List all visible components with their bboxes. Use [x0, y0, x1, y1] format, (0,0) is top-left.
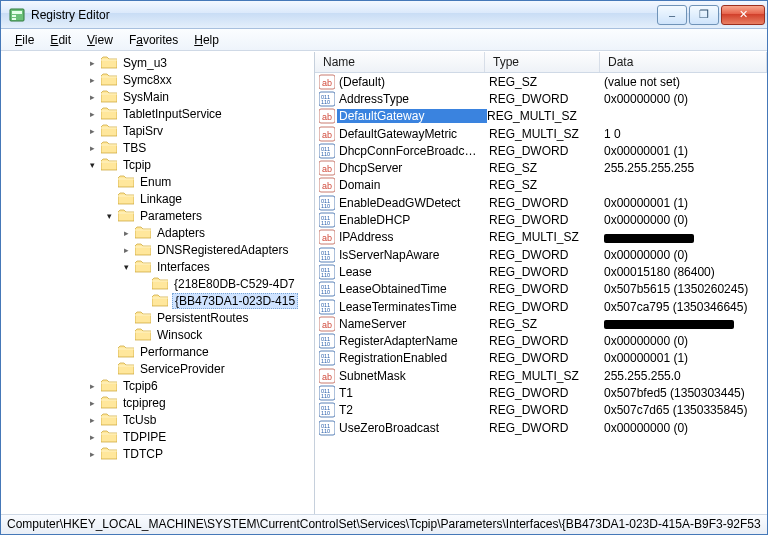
col-type[interactable]: Type	[485, 52, 600, 72]
tree-item[interactable]: ▾Parameters	[1, 207, 314, 224]
expand-icon[interactable]: ▸	[86, 90, 99, 103]
tree-item[interactable]: ▸TDTCP	[1, 445, 314, 462]
value-row[interactable]: T2REG_DWORD0x507c7d65 (1350335845)	[315, 402, 767, 419]
tree-item[interactable]: Winsock	[1, 326, 314, 343]
expand-icon[interactable]: ▸	[86, 396, 99, 409]
tree-item[interactable]: Performance	[1, 343, 314, 360]
maximize-button[interactable]: ❐	[689, 5, 719, 25]
minimize-button[interactable]: –	[657, 5, 687, 25]
collapse-icon[interactable]: ▾	[120, 260, 133, 273]
tree-label[interactable]: TcUsb	[121, 413, 158, 427]
tree-label[interactable]: Symc8xx	[121, 73, 174, 87]
value-row[interactable]: SubnetMaskREG_MULTI_SZ255.255.255.0	[315, 367, 767, 384]
expand-icon[interactable]: ▸	[86, 413, 99, 426]
tree-label[interactable]: PersistentRoutes	[155, 311, 250, 325]
col-name[interactable]: Name	[315, 52, 485, 72]
expand-icon[interactable]: ▸	[86, 124, 99, 137]
tree-item[interactable]: ▸TDPIPE	[1, 428, 314, 445]
value-list[interactable]: (Default)REG_SZ(value not set)AddressTyp…	[315, 73, 767, 436]
tree-item[interactable]: ▸Symc8xx	[1, 71, 314, 88]
tree-item[interactable]: ▸TapiSrv	[1, 122, 314, 139]
value-row[interactable]: IsServerNapAwareREG_DWORD0x00000000 (0)	[315, 246, 767, 263]
tree-item[interactable]: ▾Interfaces	[1, 258, 314, 275]
value-row[interactable]: T1REG_DWORD0x507bfed5 (1350303445)	[315, 384, 767, 401]
value-row[interactable]: DhcpConnForceBroadcastF...REG_DWORD0x000…	[315, 142, 767, 159]
expand-icon[interactable]: ▸	[86, 56, 99, 69]
value-row[interactable]: EnableDeadGWDetectREG_DWORD0x00000001 (1…	[315, 194, 767, 211]
tree-label[interactable]: Parameters	[138, 209, 204, 223]
tree-item[interactable]: Enum	[1, 173, 314, 190]
expand-icon[interactable]: ▸	[120, 243, 133, 256]
value-row[interactable]: NameServerREG_SZ	[315, 315, 767, 332]
menu-file[interactable]: File	[7, 31, 42, 49]
tree-item[interactable]: {218E80DB-C529-4D7	[1, 275, 314, 292]
tree-label[interactable]: Tcpip	[121, 158, 153, 172]
tree-item[interactable]: ▸TabletInputService	[1, 105, 314, 122]
expand-icon[interactable]: ▸	[86, 430, 99, 443]
tree-item[interactable]: ▸TcUsb	[1, 411, 314, 428]
tree-item[interactable]: ▸Sym_u3	[1, 54, 314, 71]
value-row[interactable]: EnableDHCPREG_DWORD0x00000000 (0)	[315, 211, 767, 228]
tree-label[interactable]: Adapters	[155, 226, 207, 240]
tree-item[interactable]: ServiceProvider	[1, 360, 314, 377]
tree-label[interactable]: Tcpip6	[121, 379, 160, 393]
menu-view[interactable]: View	[79, 31, 121, 49]
value-row[interactable]: RegisterAdapterNameREG_DWORD0x00000000 (…	[315, 332, 767, 349]
col-data[interactable]: Data	[600, 52, 767, 72]
registry-tree[interactable]: ▸Sym_u3▸Symc8xx▸SysMain▸TabletInputServi…	[1, 52, 314, 462]
list-pane[interactable]: Name Type Data (Default)REG_SZ(value not…	[315, 52, 767, 514]
tree-label[interactable]: Linkage	[138, 192, 184, 206]
value-row[interactable]: LeaseTerminatesTimeREG_DWORD0x507ca795 (…	[315, 298, 767, 315]
tree-item[interactable]: ▸TBS	[1, 139, 314, 156]
value-row[interactable]: AddressTypeREG_DWORD0x00000000 (0)	[315, 90, 767, 107]
expand-icon[interactable]: ▸	[120, 226, 133, 239]
tree-item[interactable]: ▾Tcpip	[1, 156, 314, 173]
tree-label[interactable]: TDTCP	[121, 447, 165, 461]
tree-item[interactable]: Linkage	[1, 190, 314, 207]
tree-pane[interactable]: ▸Sym_u3▸Symc8xx▸SysMain▸TabletInputServi…	[1, 52, 315, 514]
value-row[interactable]: UseZeroBroadcastREG_DWORD0x00000000 (0)	[315, 419, 767, 436]
tree-item[interactable]: {BB473DA1-023D-415	[1, 292, 314, 309]
value-row[interactable]: LeaseObtainedTimeREG_DWORD0x507b5615 (13…	[315, 281, 767, 298]
tree-label[interactable]: Interfaces	[155, 260, 212, 274]
tree-label[interactable]: tcpipreg	[121, 396, 168, 410]
value-row[interactable]: DefaultGatewayREG_MULTI_SZ	[315, 108, 767, 125]
tree-label[interactable]: DNSRegisteredAdapters	[155, 243, 290, 257]
expand-icon[interactable]: ▸	[86, 73, 99, 86]
tree-label[interactable]: Performance	[138, 345, 211, 359]
collapse-icon[interactable]: ▾	[86, 158, 99, 171]
menu-edit[interactable]: Edit	[42, 31, 79, 49]
tree-label[interactable]: Sym_u3	[121, 56, 169, 70]
tree-item[interactable]: ▸DNSRegisteredAdapters	[1, 241, 314, 258]
tree-item[interactable]: ▸Adapters	[1, 224, 314, 241]
menu-help[interactable]: Help	[186, 31, 227, 49]
tree-label[interactable]: SysMain	[121, 90, 171, 104]
collapse-icon[interactable]: ▾	[103, 209, 116, 222]
tree-label[interactable]: {218E80DB-C529-4D7	[172, 277, 297, 291]
tree-label[interactable]: TBS	[121, 141, 148, 155]
value-row[interactable]: DhcpServerREG_SZ255.255.255.255	[315, 159, 767, 176]
tree-label[interactable]: Enum	[138, 175, 173, 189]
tree-label[interactable]: ServiceProvider	[138, 362, 227, 376]
tree-label[interactable]: TDPIPE	[121, 430, 168, 444]
value-row[interactable]: IPAddressREG_MULTI_SZ	[315, 229, 767, 246]
expand-icon[interactable]: ▸	[86, 447, 99, 460]
tree-item[interactable]: ▸Tcpip6	[1, 377, 314, 394]
tree-label[interactable]: TabletInputService	[121, 107, 224, 121]
tree-label[interactable]: {BB473DA1-023D-415	[172, 293, 298, 309]
close-button[interactable]: ✕	[721, 5, 765, 25]
menu-favorites[interactable]: Favorites	[121, 31, 186, 49]
column-headers[interactable]: Name Type Data	[315, 52, 767, 73]
tree-label[interactable]: Winsock	[155, 328, 204, 342]
value-row[interactable]: (Default)REG_SZ(value not set)	[315, 73, 767, 90]
tree-item[interactable]: ▸tcpipreg	[1, 394, 314, 411]
expand-icon[interactable]: ▸	[86, 379, 99, 392]
value-row[interactable]: RegistrationEnabledREG_DWORD0x00000001 (…	[315, 350, 767, 367]
tree-item[interactable]: PersistentRoutes	[1, 309, 314, 326]
title-bar[interactable]: Registry Editor – ❐ ✕	[1, 1, 767, 29]
value-row[interactable]: DefaultGatewayMetricREG_MULTI_SZ1 0	[315, 125, 767, 142]
value-row[interactable]: DomainREG_SZ	[315, 177, 767, 194]
tree-item[interactable]: ▸SysMain	[1, 88, 314, 105]
value-row[interactable]: LeaseREG_DWORD0x00015180 (86400)	[315, 263, 767, 280]
expand-icon[interactable]: ▸	[86, 141, 99, 154]
